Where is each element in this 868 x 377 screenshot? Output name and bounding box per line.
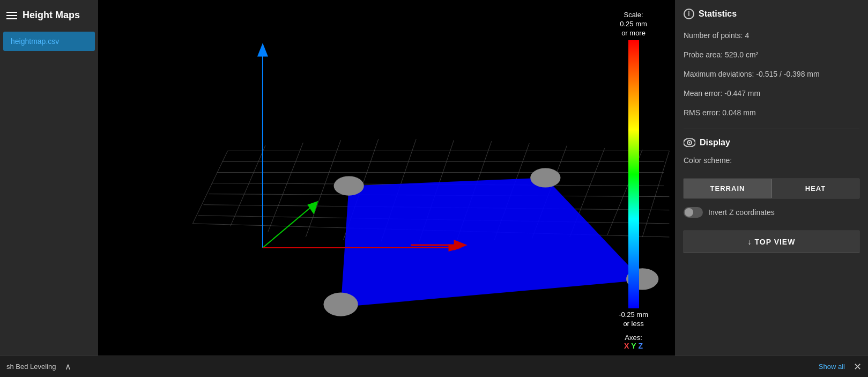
scale-label-bottom: -0.25 mm or less — [619, 311, 648, 329]
main-viewport[interactable]: Scale: 0.25 mm or more -0.25 mm or less … — [98, 0, 675, 356]
bottom-left: sh Bed Leveling ∧ — [6, 360, 75, 373]
scale-legend: Scale: 0.25 mm or more -0.25 mm or less … — [619, 11, 648, 350]
heat-button[interactable]: HEAT — [771, 179, 859, 198]
color-bar — [628, 40, 639, 308]
invert-z-label: Invert Z coordinates — [708, 208, 775, 217]
right-panel: i Statistics Number of points: 4 Probe a… — [675, 0, 868, 356]
stat-points: Number of points: 4 — [684, 28, 859, 43]
scene-svg — [98, 0, 675, 356]
invert-z-row: Invert Z coordinates — [684, 203, 859, 222]
color-scheme-label: Color scheme: — [684, 156, 859, 165]
close-button[interactable]: ✕ — [854, 361, 862, 373]
bottom-collapse-button[interactable]: ∧ — [62, 360, 75, 373]
sidebar-header: Height Maps — [0, 0, 98, 31]
display-section-title: Display — [684, 138, 859, 147]
probe-point-4 — [323, 292, 358, 316]
axis-x-label: X — [624, 342, 629, 350]
scale-label-top: Scale: 0.25 mm or more — [620, 11, 647, 38]
stat-mean-error: Mean error: -0.447 mm — [684, 86, 859, 101]
sidebar: Height Maps heightmap.csv — [0, 0, 98, 356]
invert-z-toggle[interactable] — [684, 207, 703, 218]
height-plane — [341, 178, 643, 307]
stat-probe-area: Probe area: 529.0 cm² — [684, 47, 859, 62]
show-all-button[interactable]: Show all — [819, 363, 845, 371]
probe-point-2 — [530, 168, 560, 187]
bottom-tab-label: sh Bed Leveling — [6, 363, 56, 371]
svg-line-8 — [192, 151, 227, 224]
axis-y-label: Y — [631, 342, 636, 350]
bottom-bar: sh Bed Leveling ∧ Show all ✕ — [0, 356, 868, 377]
svg-marker-21 — [257, 43, 268, 56]
divider-1 — [684, 129, 859, 129]
sidebar-item-heightmap[interactable]: heightmap.csv — [3, 32, 95, 51]
top-view-button[interactable]: ↓ TOP VIEW — [684, 231, 859, 253]
menu-icon[interactable] — [6, 12, 17, 19]
stat-max-dev: Maximum deviations: -0.515 / -0.398 mm — [684, 66, 859, 82]
axes-xyz: X Y Z — [624, 342, 643, 350]
color-scheme-buttons: TERRAIN HEAT — [684, 179, 859, 198]
statistics-section-title: i Statistics — [684, 9, 859, 19]
probe-point-1 — [334, 176, 364, 195]
terrain-button[interactable]: TERRAIN — [684, 179, 771, 198]
axis-z-label: Z — [639, 342, 643, 350]
axes-label: Axes: — [625, 334, 642, 342]
app-title: Height Maps — [23, 10, 80, 21]
svg-line-9 — [231, 145, 265, 226]
info-icon: i — [684, 9, 694, 19]
stat-rms-error: RMS error: 0.048 mm — [684, 105, 859, 120]
svg-point-27 — [689, 142, 691, 144]
eye-icon — [684, 138, 695, 147]
bottom-right: Show all ✕ — [819, 361, 862, 373]
